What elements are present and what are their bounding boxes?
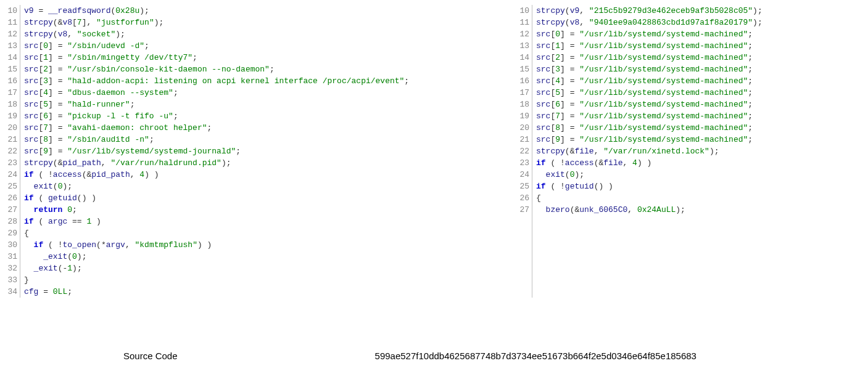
code-line[interactable]: if ( !getuid() ): [536, 181, 763, 192]
token-ident: src: [24, 112, 38, 121]
token-paren: ]: [48, 100, 53, 109]
token-hex: 0x24AuLL: [637, 205, 676, 214]
left-code-panel[interactable]: 1011121314151617181920212223242526272829…: [5, 5, 486, 298]
token-plain: =: [565, 76, 579, 86]
token-paren: ]: [48, 53, 53, 62]
code-line[interactable]: src[1] = "/sbin/mingetty /dev/tty7";: [24, 52, 409, 63]
token-func: getuid: [48, 193, 77, 203]
token-func: bzero: [546, 205, 570, 214]
token-ident: v9: [570, 6, 580, 15]
line-number: 16: [517, 75, 529, 87]
code-line[interactable]: exit(0);: [536, 169, 763, 181]
right-code-panel[interactable]: 101112131415161718192021222324252627 str…: [517, 5, 763, 298]
code-line[interactable]: if ( !access(&pid_path, 4) ): [24, 169, 409, 181]
token-plain: ;: [748, 123, 753, 132]
token-plain: =: [565, 53, 579, 62]
token-plain: =: [53, 65, 67, 74]
code-line[interactable]: src[8] = "/usr/lib/systemd/systemd-machi…: [536, 122, 763, 134]
token-num: 1: [555, 41, 560, 51]
line-number: 31: [5, 251, 17, 262]
token-ident: src: [536, 135, 550, 144]
token-plain: =: [53, 123, 67, 132]
token-plain: ,: [579, 18, 589, 27]
token-paren: (: [565, 147, 570, 156]
code-line[interactable]: if ( getuid() ): [24, 192, 409, 204]
code-line[interactable]: src[0] = "/sbin/udevd -d";: [24, 40, 409, 52]
token-plain: ;: [207, 123, 212, 132]
code-line[interactable]: src[4] = "/usr/lib/systemd/systemd-machi…: [536, 75, 763, 87]
code-lines-right[interactable]: strcpy(v9, "215c5b9279d3e462eceb9af3b502…: [536, 5, 763, 298]
code-line[interactable]: src[1] = "/usr/lib/systemd/systemd-machi…: [536, 40, 763, 52]
line-number: 23: [5, 157, 17, 169]
token-str: "/usr/lib/systemd/systemd-machined": [579, 76, 748, 86]
code-line[interactable]: src[3] = "/usr/lib/systemd/systemd-machi…: [536, 63, 763, 75]
code-line[interactable]: if ( !access(&file, 4) ): [536, 157, 763, 169]
code-line[interactable]: src[9] = "/usr/lib/systemd/systemd-machi…: [536, 134, 763, 145]
code-line[interactable]: exit(0);: [24, 181, 409, 192]
code-line[interactable]: src[2] = "/usr/sbin/console-kit-daemon -…: [24, 63, 409, 75]
token-plain: =: [53, 53, 67, 62]
code-line[interactable]: cfg = 0LL;: [24, 286, 409, 298]
line-number: 29: [5, 227, 17, 239]
token-plain: !: [555, 158, 565, 168]
token-plain: [24, 205, 34, 214]
code-line[interactable]: strcpy(&file, "/var/run/xinetd.lock");: [536, 145, 763, 157]
line-number: 11: [517, 17, 529, 28]
line-number: 21: [5, 134, 17, 145]
code-line[interactable]: strcpy(v8, "9401ee9a0428863cbd1d97a1f8a2…: [536, 17, 763, 28]
token-paren: ): [753, 18, 758, 27]
token-plain: =: [565, 30, 579, 39]
code-line[interactable]: strcpy(v9, "215c5b9279d3e462eceb9af3b502…: [536, 5, 763, 17]
token-paren: ]: [560, 88, 565, 97]
token-ident: v8: [58, 30, 68, 39]
token-str: "justforfun": [96, 18, 154, 27]
code-line[interactable]: src[7] = "/usr/lib/systemd/systemd-machi…: [536, 110, 763, 122]
token-kw: if: [536, 182, 546, 191]
code-line[interactable]: v9 = __readfsqword(0x28u);: [24, 5, 409, 17]
token-num: 5: [43, 100, 48, 109]
code-line[interactable]: _exit(-1);: [24, 262, 409, 274]
code-line[interactable]: if ( !to_open(*argv, "kdmtmpflush") ): [24, 239, 409, 251]
code-line[interactable]: src[6] = "pickup -l -t fifo -u";: [24, 110, 409, 122]
line-number: 16: [5, 75, 17, 87]
code-line[interactable]: _exit(0);: [24, 251, 409, 262]
token-str: "/usr/lib/systemd/systemd-machined": [579, 30, 748, 39]
code-line[interactable]: src[0] = "/usr/lib/systemd/systemd-machi…: [536, 28, 763, 40]
line-number: 25: [5, 181, 17, 192]
line-number: 11: [5, 17, 17, 28]
code-line[interactable]: return 0;: [24, 204, 409, 216]
token-func: access: [565, 158, 594, 168]
token-plain: ,: [594, 147, 604, 156]
code-line[interactable]: src[5] = "/usr/lib/systemd/systemd-machi…: [536, 87, 763, 99]
token-plain: =: [38, 287, 52, 296]
line-number: 23: [517, 157, 529, 169]
token-plain: ;: [748, 100, 753, 109]
token-paren: ): [144, 170, 149, 179]
code-line[interactable]: {: [536, 192, 763, 204]
token-str: "socket": [77, 30, 115, 39]
code-line[interactable]: src[3] = "hald-addon-acpi: listening on …: [24, 75, 409, 87]
code-line[interactable]: src[4] = "dbus-daemon --system";: [24, 87, 409, 99]
code-line[interactable]: {: [24, 227, 409, 239]
code-lines-left[interactable]: v9 = __readfsqword(0x28u);strcpy(&v8[7],…: [24, 5, 409, 298]
token-str: "pickup -l -t fifo -u": [67, 112, 173, 121]
token-kw: if: [24, 193, 34, 203]
token-ident: src: [536, 65, 550, 74]
code-line[interactable]: strcpy(v8, "socket");: [24, 28, 409, 40]
token-func: strcpy: [24, 158, 53, 168]
token-plain: ,: [86, 18, 96, 27]
code-line[interactable]: src[6] = "/usr/lib/systemd/systemd-machi…: [536, 99, 763, 110]
code-line[interactable]: src[2] = "/usr/lib/systemd/systemd-machi…: [536, 52, 763, 63]
code-line[interactable]: }: [24, 274, 409, 286]
code-line[interactable]: if ( argc == 1 ): [24, 216, 409, 227]
code-line[interactable]: src[8] = "/sbin/auditd -n";: [24, 134, 409, 145]
token-func: _exit: [34, 264, 58, 273]
line-number: 21: [517, 134, 529, 145]
code-line[interactable]: strcpy(&v8[7], "justforfun");: [24, 17, 409, 28]
code-line[interactable]: strcpy(&pid_path, "/var/run/haldrund.pid…: [24, 157, 409, 169]
code-line[interactable]: src[7] = "avahi-daemon: chroot helper";: [24, 122, 409, 134]
code-line[interactable]: src[9] = "/usr/lib/systemd/systemd-journ…: [24, 145, 409, 157]
code-line[interactable]: src[5] = "hald-runner";: [24, 99, 409, 110]
code-line[interactable]: bzero(&unk_6065C0, 0x24AuLL);: [536, 204, 763, 216]
token-plain: [24, 264, 34, 273]
